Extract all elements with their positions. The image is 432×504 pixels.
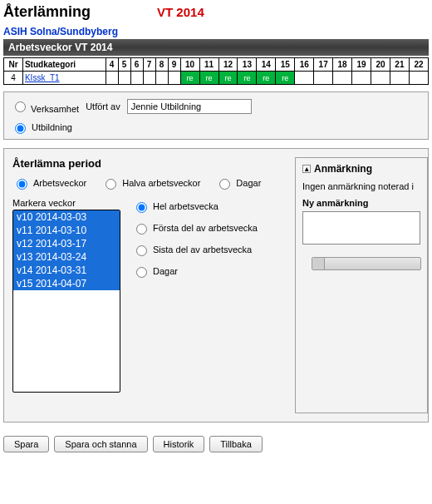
col-week: 12	[218, 58, 238, 72]
week-cell	[168, 72, 180, 85]
page-title: Återlämning	[3, 3, 91, 21]
radio-sista-label: Sista del av arbetsvecka	[153, 245, 252, 254]
week-cell	[118, 72, 130, 85]
anmarkning-panel: ▴ Anmärkning Ingen anmärkning noterad i …	[295, 157, 428, 413]
week-cell	[143, 72, 155, 85]
week-cell	[295, 72, 314, 85]
utfort-av-label: Utfört av	[86, 101, 120, 111]
week-cell-returned: re	[238, 72, 257, 85]
col-studkategori: Studkategori	[22, 58, 106, 72]
week-option[interactable]: v11 2014-03-10	[13, 224, 120, 237]
col-week: 13	[238, 58, 257, 72]
radio-arbetsveckor-label: Arbetsveckor	[33, 178, 86, 188]
week-cell	[314, 72, 333, 85]
radio-halva[interactable]: Halva arbetsveckor	[101, 176, 200, 190]
tillbaka-button[interactable]: Tillbaka	[209, 436, 263, 452]
week-option[interactable]: v15 2014-04-07	[13, 277, 120, 290]
col-week: 20	[371, 58, 390, 72]
radio-utbildning-input[interactable]	[15, 123, 26, 134]
utfort-av-input[interactable]	[127, 99, 252, 114]
week-option[interactable]: v14 2014-03-31	[13, 264, 120, 277]
radio-halva-label: Halva arbetsveckor	[122, 178, 200, 188]
col-week: 5	[118, 58, 130, 72]
col-week: 15	[276, 58, 295, 72]
unit-name: ASIH Solna/Sundbyberg	[3, 26, 429, 37]
radio-hel-arbetsvecka[interactable]: Hel arbetsvecka	[132, 200, 258, 213]
col-week: 18	[333, 58, 352, 72]
col-week: 14	[257, 58, 276, 72]
historik-button[interactable]: Historik	[153, 436, 205, 452]
horizontal-scrollbar[interactable]	[312, 257, 421, 270]
anmarkning-none-text: Ingen anmärkning noterad i	[302, 181, 420, 191]
week-cell	[352, 72, 371, 85]
radio-dagar-input[interactable]	[219, 179, 230, 190]
week-cell	[409, 72, 428, 85]
spara-button[interactable]: Spara	[3, 436, 49, 452]
col-week: 9	[168, 58, 180, 72]
week-cell	[333, 72, 352, 85]
week-cell-returned: re	[199, 72, 218, 85]
page-term: VT 2014	[157, 5, 204, 19]
col-week: 7	[143, 58, 155, 72]
radio-utbildning[interactable]: Utbildning	[11, 121, 72, 134]
radio-detail-dagar-input[interactable]	[136, 267, 147, 278]
col-week: 8	[155, 58, 168, 72]
anmarkning-title: Anmärkning	[314, 163, 372, 175]
radio-arbetsveckor[interactable]: Arbetsveckor	[12, 176, 86, 190]
radio-dagar[interactable]: Dagar	[215, 176, 261, 190]
week-cell	[130, 72, 143, 85]
week-option[interactable]: v12 2014-03-17	[13, 237, 120, 250]
period-panel: Återlämna period Arbetsveckor Halva arbe…	[3, 148, 429, 422]
week-option[interactable]: v10 2014-03-03	[13, 210, 120, 224]
col-week: 6	[130, 58, 143, 72]
radio-utbildning-label: Utbildning	[32, 122, 72, 132]
radio-verksamhet-input[interactable]	[15, 101, 26, 112]
radio-sista-input[interactable]	[136, 245, 147, 256]
radio-sista-del[interactable]: Sista del av arbetsvecka	[132, 243, 258, 256]
radio-forsta-del[interactable]: Första del av arbetsvecka	[132, 221, 258, 235]
ny-anmarkning-label: Ny anmärkning	[302, 198, 420, 208]
radio-forsta-input[interactable]	[136, 224, 147, 235]
radio-verksamhet-label: Verksamhet	[31, 104, 79, 114]
week-list[interactable]: v10 2014-03-03 v11 2014-03-10 v12 2014-0…	[12, 210, 120, 393]
radio-arbetsveckor-input[interactable]	[17, 179, 27, 190]
section-bar: Arbetsveckor VT 2014	[3, 39, 429, 56]
col-week: 19	[352, 58, 371, 72]
weeks-table: Nr Studkategori 4 5 6 7 8 9 10 11 12 13 …	[3, 57, 429, 85]
markera-veckor-label: Markera veckor	[12, 198, 120, 208]
col-week: 11	[199, 58, 218, 72]
cell-studkategori-link[interactable]: KIssk_T1	[22, 72, 106, 85]
week-cell	[155, 72, 168, 85]
radio-hel-input[interactable]	[136, 202, 147, 213]
week-cell-returned: re	[180, 72, 199, 85]
col-week: 22	[409, 58, 428, 72]
week-cell	[106, 72, 118, 85]
ny-anmarkning-input[interactable]	[302, 211, 420, 245]
col-week: 17	[314, 58, 333, 72]
collapse-icon[interactable]: ▴	[302, 165, 311, 173]
radio-dagar-label: Dagar	[236, 178, 261, 188]
radio-forsta-label: Första del av arbetsvecka	[153, 223, 258, 233]
period-title: Återlämna period	[12, 157, 278, 170]
radio-detail-dagar-label: Dagar	[153, 266, 178, 276]
col-nr: Nr	[4, 58, 23, 72]
col-week: 10	[180, 58, 199, 72]
radio-detail-dagar[interactable]: Dagar	[132, 264, 258, 278]
week-cell-returned: re	[218, 72, 238, 85]
radio-hel-label: Hel arbetsvecka	[153, 201, 218, 211]
week-cell-returned: re	[276, 72, 295, 85]
mode-panel: Verksamhet Utfört av Utbildning	[3, 91, 429, 140]
week-option[interactable]: v13 2014-03-24	[13, 250, 120, 264]
cell-nr: 4	[4, 72, 23, 85]
spara-och-stanna-button[interactable]: Spara och stanna	[54, 436, 147, 452]
col-week: 21	[390, 58, 409, 72]
table-row: 4 KIssk_T1 re re re re re re	[4, 72, 429, 85]
week-cell	[390, 72, 409, 85]
radio-verksamhet[interactable]: Verksamhet	[11, 99, 79, 114]
week-cell	[371, 72, 390, 85]
radio-halva-input[interactable]	[106, 179, 116, 190]
week-cell-returned: re	[257, 72, 276, 85]
col-week: 16	[295, 58, 314, 72]
col-week: 4	[106, 58, 118, 72]
